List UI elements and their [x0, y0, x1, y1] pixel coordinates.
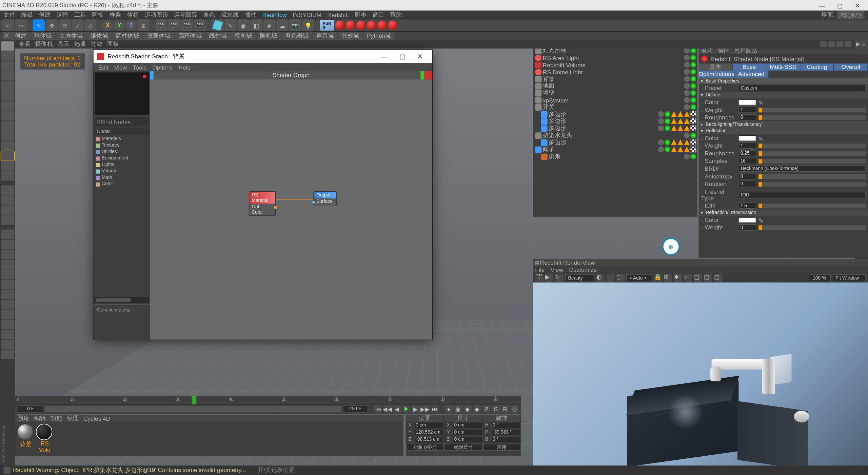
fresnel-dropdown[interactable]: IOR: [738, 192, 866, 198]
tool-icon[interactable]: [1, 185, 14, 195]
attr-tab[interactable]: Overall: [834, 63, 868, 71]
attr-tab[interactable]: Coating: [800, 63, 834, 71]
primitive-cube-icon[interactable]: [212, 20, 223, 31]
aniso-input[interactable]: 0: [738, 173, 756, 179]
preset-dropdown[interactable]: Custom: [738, 85, 866, 91]
weight-input[interactable]: 1: [738, 107, 756, 113]
palette-tab[interactable]: 公式域: [338, 32, 363, 40]
object-row[interactable]: 墙壁: [533, 90, 697, 97]
rv-button[interactable]: ▢: [704, 274, 712, 282]
shader-graph-canvas[interactable]: Shader Graph RS Material Out Color Outpu…: [150, 71, 432, 340]
refl-weight-slider[interactable]: [758, 143, 866, 148]
render-tag[interactable]: [690, 48, 696, 53]
object-row[interactable]: 多边形: [533, 118, 697, 125]
object-row[interactable]: 多边形: [533, 125, 697, 132]
psr-button[interactable]: PSR0: [320, 20, 334, 31]
mode-icon[interactable]: [1, 171, 14, 181]
scale-tool[interactable]: ⤢: [72, 19, 84, 31]
nurbs-icon[interactable]: ◉: [238, 19, 250, 31]
prev-frame-button[interactable]: ◀: [393, 405, 401, 413]
size-input[interactable]: 0 cm: [452, 436, 482, 443]
palette-tab[interactable]: 胶囊体域: [143, 32, 174, 40]
rot-input[interactable]: 0 °: [491, 422, 521, 429]
rv-button[interactable]: ◐: [596, 274, 605, 282]
eyedropper-icon[interactable]: ✎: [758, 217, 764, 223]
menu-item[interactable]: 角色: [203, 11, 215, 19]
ior-input[interactable]: 1.5: [738, 203, 756, 209]
render-tag[interactable]: [690, 62, 696, 68]
recent-tool[interactable]: ◇: [85, 19, 97, 31]
playhead[interactable]: [192, 396, 196, 404]
eyedropper-icon[interactable]: ✎: [758, 99, 764, 105]
menu-item[interactable]: 插件: [245, 11, 257, 19]
timeline-range-slider[interactable]: [45, 406, 341, 412]
render-settings-button[interactable]: 🎬: [181, 19, 193, 31]
render-button[interactable]: 🎬: [155, 19, 167, 31]
object-row[interactable]: 倒角: [533, 153, 697, 160]
palette-tab[interactable]: 锥体域: [87, 32, 112, 40]
attr-tab-active[interactable]: Base Properties: [732, 63, 766, 71]
palette-tab[interactable]: 圆柱体域: [112, 32, 143, 40]
rv-render-button[interactable]: 🎬: [535, 274, 543, 282]
mat-menu[interactable]: Cycles 4D: [83, 415, 110, 422]
visibility-tag[interactable]: [684, 48, 690, 53]
menu-item[interactable]: 体积: [127, 11, 139, 19]
texture-tag[interactable]: [690, 118, 696, 124]
menu-item[interactable]: 网格: [92, 11, 104, 19]
menu-item[interactable]: 文件: [3, 11, 15, 19]
visibility-tag[interactable]: [684, 69, 690, 75]
rv-play-button[interactable]: ▶: [545, 274, 553, 282]
menu-item[interactable]: 编辑: [21, 11, 33, 19]
menu-item[interactable]: 帮助: [390, 11, 402, 19]
record-key-button[interactable]: ●: [445, 405, 453, 413]
render-tag[interactable]: [690, 104, 696, 110]
object-row[interactable]: 背景: [533, 75, 697, 82]
deformer-icon[interactable]: ◈: [263, 19, 275, 31]
samples-slider[interactable]: [758, 158, 866, 163]
sidebar-scrollbar[interactable]: [95, 297, 149, 303]
pos-input[interactable]: 120.562 cm: [414, 429, 444, 436]
visibility-tag[interactable]: [658, 111, 664, 117]
palette-tab[interactable]: 球体域: [31, 32, 55, 40]
output-node[interactable]: Output Surface: [313, 191, 337, 206]
menu-item[interactable]: 流水线: [221, 11, 239, 19]
mat-menu[interactable]: 编辑: [34, 414, 46, 422]
dialog-menu-item[interactable]: Options: [152, 64, 173, 70]
menu-item[interactable]: RealFlow: [262, 12, 287, 18]
viewport-menu[interactable]: 显示: [58, 40, 70, 48]
viewport-menu[interactable]: 查看: [19, 40, 31, 48]
close-button[interactable]: ✕: [849, 1, 866, 10]
viewport-menu[interactable]: 摄像机: [35, 40, 53, 48]
environment-icon[interactable]: ☁: [276, 19, 288, 31]
attr-tab[interactable]: 基本: [698, 63, 732, 71]
render-tag[interactable]: [690, 132, 696, 138]
undo-button[interactable]: ↩: [2, 19, 14, 31]
mode-icon-selected[interactable]: [1, 151, 14, 161]
warning-tag[interactable]: [677, 139, 683, 145]
rv-crop-icon[interactable]: ⬚: [616, 274, 625, 282]
object-row[interactable]: RS Dome Light: [533, 68, 697, 75]
tool-icon[interactable]: [1, 300, 14, 309]
attr-section-header[interactable]: Base Properties: [698, 78, 868, 84]
tool-icon[interactable]: [1, 309, 14, 319]
node-connection[interactable]: [276, 200, 313, 200]
rs-material-node[interactable]: RS Material Out Color: [249, 191, 276, 216]
rv-menu[interactable]: Customize: [569, 266, 597, 273]
tool-icon[interactable]: [1, 269, 14, 279]
node-category[interactable]: Environment: [94, 155, 150, 161]
goto-end-button[interactable]: ⏭: [431, 405, 439, 413]
rv-button[interactable]: ▢: [694, 274, 702, 282]
rot-input[interactable]: -39.983 °: [491, 429, 521, 436]
render-tag[interactable]: [665, 125, 670, 131]
warning-tag[interactable]: [671, 139, 677, 145]
node-category[interactable]: Utilities: [94, 148, 150, 155]
palette-tab[interactable]: 创建: [11, 32, 30, 40]
palette-tab[interactable]: 圆环体域: [175, 32, 205, 40]
visibility-tag[interactable]: [684, 55, 690, 60]
texture-tag[interactable]: [690, 139, 696, 145]
render-tag[interactable]: [690, 69, 696, 75]
warning-tag[interactable]: [677, 147, 683, 152]
palette-tab[interactable]: 径向域: [231, 32, 256, 40]
warning-tag[interactable]: [671, 118, 677, 124]
object-mode-icon[interactable]: [1, 51, 14, 61]
